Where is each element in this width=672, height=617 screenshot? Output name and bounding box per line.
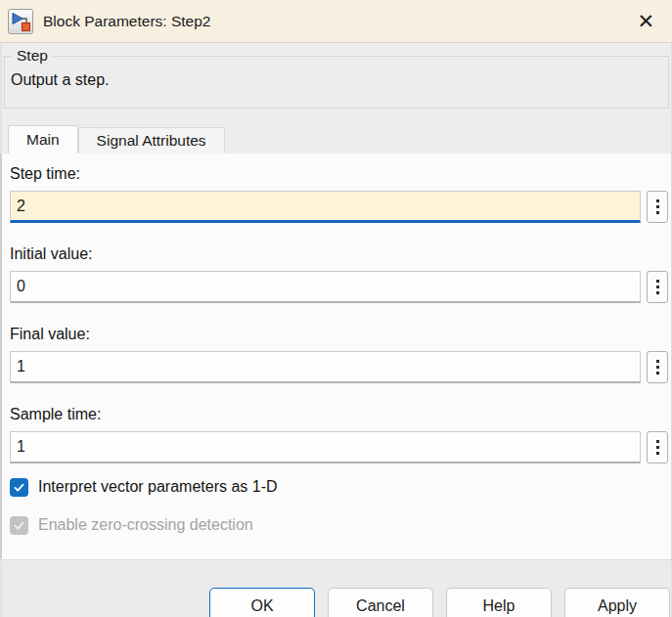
step-time-menu-button[interactable] — [647, 191, 668, 223]
vertical-ellipsis-icon — [656, 440, 659, 455]
vertical-ellipsis-icon — [656, 360, 659, 375]
upper-panel: Step Output a step. Main Signal Attribut… — [0, 43, 672, 154]
final-value-input[interactable] — [10, 351, 641, 383]
close-icon[interactable]: ✕ — [633, 9, 658, 33]
step-time-row — [10, 191, 668, 223]
main-tab-panel: Step time: Initial value: Final value: S… — [0, 154, 672, 559]
checkmark-icon — [13, 481, 25, 494]
help-button[interactable]: Help — [446, 588, 552, 617]
initial-value-row — [10, 271, 668, 303]
final-value-row — [10, 351, 668, 383]
sample-time-input[interactable] — [10, 431, 641, 463]
block-parameters-dialog: Block Parameters: Step2 ✕ Step Output a … — [0, 0, 672, 617]
sample-time-row — [10, 431, 668, 463]
initial-value-label: Initial value: — [10, 243, 668, 265]
final-value-label: Final value: — [10, 324, 668, 345]
zero-crossing-checkbox — [10, 516, 28, 535]
zero-crossing-label: Enable zero-crossing detection — [38, 516, 253, 534]
simulink-block-icon — [8, 9, 33, 34]
interpret-vector-checkbox-row[interactable]: Interpret vector parameters as 1-D — [10, 476, 668, 498]
ok-button[interactable]: OK — [209, 588, 315, 617]
initial-value-menu-button[interactable] — [647, 271, 668, 303]
title-bar: Block Parameters: Step2 ✕ — [0, 0, 672, 43]
interpret-vector-checkbox[interactable] — [10, 478, 28, 497]
tab-signal-attributes[interactable]: Signal Attributes — [78, 127, 225, 154]
vertical-ellipsis-icon — [656, 280, 659, 294]
description-groupbox: Step Output a step. — [4, 56, 669, 109]
tab-bar: Main Signal Attributes — [2, 124, 671, 154]
interpret-vector-label: Interpret vector parameters as 1-D — [38, 478, 278, 496]
final-value-menu-button[interactable] — [647, 351, 668, 383]
vertical-ellipsis-icon — [656, 199, 659, 214]
checkmark-icon — [13, 519, 25, 532]
apply-button[interactable]: Apply — [564, 588, 670, 617]
cancel-button[interactable]: Cancel — [328, 588, 433, 617]
dialog-title: Block Parameters: Step2 — [43, 13, 210, 30]
block-description: Output a step. — [5, 57, 668, 89]
tab-main[interactable]: Main — [8, 125, 78, 154]
initial-value-input[interactable] — [10, 271, 641, 303]
block-type-legend: Step — [12, 47, 53, 65]
step-time-input[interactable] — [10, 191, 641, 223]
step-time-label: Step time: — [10, 163, 668, 185]
zero-crossing-checkbox-row: Enable zero-crossing detection — [10, 514, 668, 536]
button-bar: OK Cancel Help Apply — [0, 559, 672, 617]
sample-time-menu-button[interactable] — [647, 431, 668, 463]
sample-time-label: Sample time: — [10, 404, 668, 425]
